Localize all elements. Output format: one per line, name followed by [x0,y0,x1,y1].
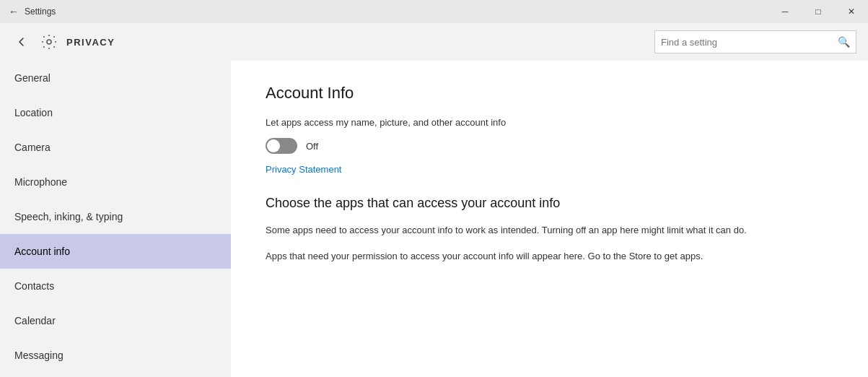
toggle-state-label: Off [306,141,318,152]
app-header-left: PRIVACY [12,32,115,52]
sidebar-item-microphone[interactable]: Microphone [0,165,231,199]
titlebar-controls: ─ □ ✕ [768,0,868,23]
sidebar-item-location[interactable]: Location [0,95,231,130]
app-header: PRIVACY 🔍 [0,23,868,61]
titlebar-title: Settings [25,6,56,17]
close-button[interactable]: ✕ [835,0,868,23]
choose-apps-title: Choose the apps that can access your acc… [266,195,833,212]
toggle-description: Let apps access my name, picture, and ot… [266,117,833,128]
back-button[interactable]: ← [9,6,19,17]
sidebar: General Location Camera Microphone Speec… [0,61,231,377]
sidebar-item-contacts[interactable]: Contacts [0,269,231,303]
main-layout: General Location Camera Microphone Speec… [0,61,868,377]
search-icon: 🔍 [838,36,850,48]
search-box[interactable]: 🔍 [654,30,856,53]
sidebar-item-general[interactable]: General [0,61,231,95]
gear-icon [40,33,58,51]
titlebar-left: ← Settings [9,6,56,17]
back-arrow-icon [17,37,27,47]
app-title: PRIVACY [66,37,115,48]
content-area: Account Info Let apps access my name, pi… [231,61,868,377]
nav-back-button[interactable] [12,32,32,52]
sidebar-item-speech[interactable]: Speech, inking, & typing [0,199,231,234]
sidebar-item-calendar[interactable]: Calendar [0,303,231,338]
sidebar-item-camera[interactable]: Camera [0,130,231,165]
apps-desc-1: Some apps need to access your account in… [266,223,833,238]
privacy-statement-link[interactable]: Privacy Statement [266,164,833,175]
maximize-button[interactable]: □ [802,0,835,23]
account-info-toggle[interactable] [266,138,297,154]
sidebar-item-messaging[interactable]: Messaging [0,338,231,373]
toggle-row: Off [266,138,833,154]
minimize-button[interactable]: ─ [768,0,802,23]
search-input[interactable] [661,37,838,48]
sidebar-item-account-info[interactable]: Account info [0,234,231,269]
titlebar: ← Settings ─ □ ✕ [0,0,868,23]
svg-point-0 [47,40,51,44]
apps-desc-2: Apps that need your permission to access… [266,249,833,264]
page-title: Account Info [266,84,833,103]
